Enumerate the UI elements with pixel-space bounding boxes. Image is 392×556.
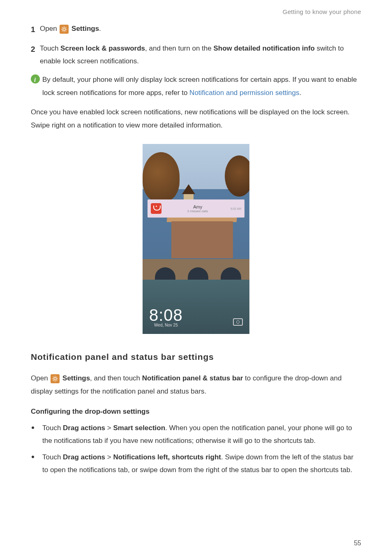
missed-call-icon [151, 203, 161, 214]
notification-card: Amy 2 missed calls 8:02 AM [148, 199, 244, 218]
bold-text: Smart selection [113, 424, 165, 432]
bold-text: Show detailed notification info [213, 44, 315, 52]
lockscreen-screenshot: Amy 2 missed calls 8:02 AM 8:08 Wed, Nov… [31, 144, 361, 336]
page-number: 55 [354, 540, 361, 547]
step-number: 1 [31, 23, 40, 37]
text: , and then touch [90, 374, 142, 382]
settings-gear-icon [51, 374, 60, 383]
bold-text: Notifications left, shortcuts right [113, 453, 221, 461]
paragraph: Once you have enabled lock screen notifi… [31, 106, 361, 132]
notif-title: Amy [165, 204, 231, 209]
text: > [105, 453, 113, 461]
step-2: 2 Touch Screen lock & passwords, and the… [31, 42, 361, 67]
notif-time: 8:02 AM [231, 207, 241, 210]
text: Open [31, 374, 50, 382]
text: Open [40, 25, 59, 32]
info-body: By default, your phone will only display… [42, 73, 361, 99]
svg-point-0 [63, 28, 65, 30]
info-callout: By default, your phone will only display… [31, 73, 361, 99]
settings-label: Settings [71, 25, 99, 32]
info-icon [31, 74, 40, 83]
text: , and then turn on the [145, 44, 213, 52]
link-notification-settings[interactable]: Notification and permission settings [189, 89, 299, 97]
step-1: 1 Open Settings. [31, 23, 361, 37]
settings-gear-icon [60, 25, 69, 34]
settings-label: Settings [62, 374, 90, 382]
text: Touch [42, 424, 63, 432]
lock-clock-time: 8:08 [149, 306, 183, 324]
svg-point-1 [54, 378, 56, 380]
text: Touch [40, 44, 60, 52]
text: Touch [42, 453, 63, 461]
text: . [300, 89, 302, 97]
paragraph: Open Settings, and then touch Notificati… [31, 372, 361, 398]
text: > [105, 424, 113, 432]
bullet-dot-icon [32, 456, 34, 458]
bullet-item: Touch Drag actions > Notifications left,… [31, 451, 361, 477]
notif-subtitle: 2 missed calls [165, 209, 231, 213]
lock-clock-date: Wed, Nov 25 [149, 323, 183, 327]
subsection-heading: Configuring the drop-down settings [31, 408, 361, 416]
bold-text: Screen lock & passwords [60, 44, 145, 52]
page-header: Getting to know your phone [31, 8, 361, 15]
bullet-dot-icon [32, 426, 34, 429]
step-number: 2 [31, 42, 40, 56]
bold-text: Notification panel & status bar [142, 374, 243, 382]
bullet-item: Touch Drag actions > Smart selection. Wh… [31, 422, 361, 447]
step-body: Touch Screen lock & passwords, and then … [40, 42, 361, 67]
bold-text: Drag actions [63, 453, 105, 461]
section-heading: Notification panel and status bar settin… [31, 352, 361, 362]
bold-text: Drag actions [63, 424, 105, 432]
camera-icon [233, 318, 243, 326]
text: . [99, 25, 101, 32]
step-body: Open Settings. [40, 23, 361, 35]
